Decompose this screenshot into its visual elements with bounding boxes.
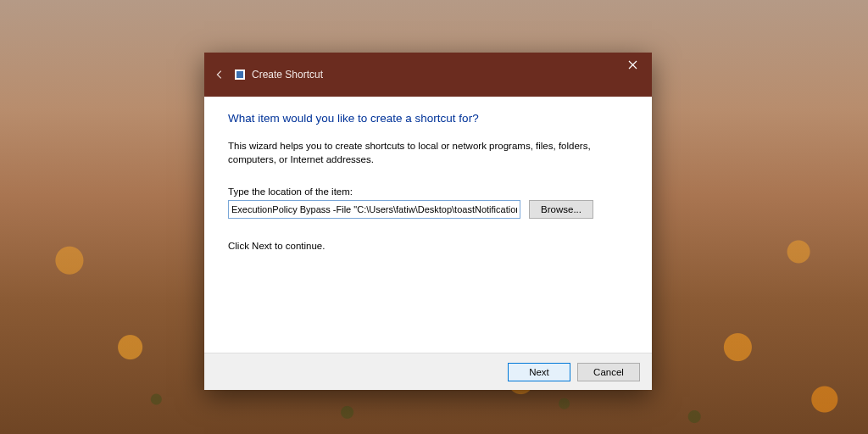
next-button[interactable]: Next: [508, 363, 570, 381]
dialog-footer: Next Cancel: [204, 353, 652, 390]
shortcut-wizard-icon: [235, 70, 245, 80]
create-shortcut-dialog: Create Shortcut What item would you like…: [204, 53, 652, 390]
location-input[interactable]: [228, 200, 520, 219]
cancel-button[interactable]: Cancel: [577, 363, 640, 381]
wizard-heading: What item would you like to create a sho…: [228, 112, 628, 125]
location-row: Browse...: [228, 200, 628, 219]
wizard-content: What item would you like to create a sho…: [204, 97, 652, 353]
window-title: Create Shortcut: [252, 69, 323, 81]
continue-text: Click Next to continue.: [228, 241, 628, 251]
titlebar: Create Shortcut: [204, 53, 652, 97]
wizard-description: This wizard helps you to create shortcut…: [228, 140, 626, 166]
browse-button[interactable]: Browse...: [529, 200, 593, 219]
close-icon: [628, 60, 637, 70]
back-arrow-icon[interactable]: [209, 64, 230, 85]
close-button[interactable]: [613, 53, 652, 76]
location-label: Type the location of the item:: [228, 186, 628, 197]
